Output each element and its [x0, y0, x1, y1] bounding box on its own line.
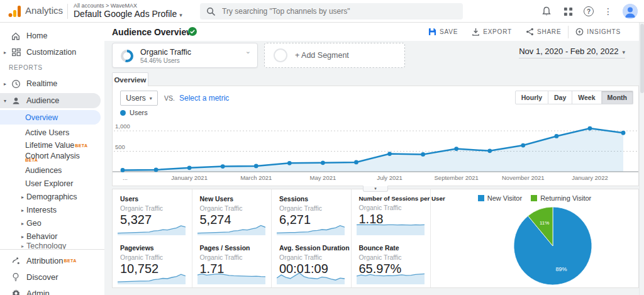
expand-arrow-icon: ▸	[19, 208, 26, 213]
tab-overview[interactable]: Overview	[112, 72, 148, 86]
page-title: Audience Overview	[112, 27, 193, 37]
add-segment-label: + Add Segment	[295, 51, 349, 60]
help-icon[interactable]: ?	[584, 6, 594, 16]
svg-text:March 2021: March 2021	[240, 174, 272, 181]
header-divider	[67, 4, 68, 19]
more-options-icon[interactable]: ⋮	[604, 6, 613, 16]
beta-badge: BETA	[75, 143, 87, 148]
breadcrumb[interactable]: All accounts > WaveMAX	[74, 3, 137, 9]
search-input[interactable]	[222, 7, 448, 16]
sidebar-item-user-explorer[interactable]: User Explorer	[0, 177, 101, 191]
metric-card-pageviews[interactable]: Pageviews Organic Traffic 10,752	[113, 238, 192, 287]
sidebar-item-admin[interactable]: Admin	[0, 286, 101, 295]
svg-text:1,000: 1,000	[115, 123, 130, 130]
verified-check-icon	[188, 27, 197, 36]
share-button[interactable]: SHARE	[519, 26, 568, 38]
sidebar-item-interests[interactable]: ▸ Interests	[0, 203, 101, 217]
sidebar-item-cohort-analysis[interactable]: Cohort Analysis BETA	[0, 149, 101, 163]
add-segment-button[interactable]: + Add Segment	[264, 43, 405, 68]
granularity-month-button[interactable]: Month	[602, 91, 634, 104]
granularity-day-button[interactable]: Day	[548, 91, 572, 104]
clock-icon	[10, 78, 21, 89]
expand-arrow-icon: ▸	[19, 243, 26, 249]
svg-text:January 2022: January 2022	[572, 174, 608, 181]
sidebar-item-technology[interactable]: ▸ Technology	[0, 243, 101, 249]
customization-icon	[10, 47, 21, 58]
metric-card-bounce-rate[interactable]: Bounce Rate Organic Traffic 65.97%	[352, 238, 431, 287]
metric-card-avg-session-duration[interactable]: Avg. Session Duration Organic Traffic 00…	[272, 238, 352, 287]
new-users-sparkline	[197, 223, 265, 235]
sidebar-item-attribution[interactable]: AttributionBETA	[0, 253, 101, 268]
collapse-arrow-icon: ▾	[1, 98, 9, 104]
account-selector[interactable]: Default Google Ads Profile▾	[74, 9, 182, 19]
svg-text:July 2021: July 2021	[377, 174, 402, 181]
sidebar-item-audiences[interactable]: Audiences	[0, 164, 101, 177]
date-range-picker[interactable]: Nov 1, 2020 - Feb 20, 2022▾	[519, 47, 625, 58]
users-sparkline	[118, 223, 186, 235]
export-button[interactable]: EXPORT	[465, 26, 519, 38]
select-a-metric-link[interactable]: Select a metric	[179, 94, 229, 103]
app-header: Analytics All accounts > WaveMAX Default…	[0, 0, 644, 23]
sidebar-item-realtime[interactable]: ▸ Realtime	[0, 77, 101, 91]
bounce-rate-sparkline	[357, 272, 425, 284]
share-icon	[526, 28, 534, 36]
users-over-time-line-chart[interactable]: 5001,000...January 2021March 2021May 202…	[113, 115, 638, 186]
sidebar-item-demographics[interactable]: ▸ Demographics	[0, 190, 101, 204]
gear-icon	[10, 287, 21, 295]
sidebar-item-behavior[interactable]: ▸ Behavior	[0, 230, 101, 243]
legend-returning-visitor[interactable]: Returning Visitor	[531, 194, 591, 202]
apps-grid-icon[interactable]	[562, 6, 574, 17]
granularity-hourly-button[interactable]: Hourly	[515, 91, 548, 104]
metric-card-users[interactable]: Users Organic Traffic 5,327	[113, 189, 192, 238]
reports-section-label: REPORTS	[9, 64, 43, 71]
svg-text:May 2021: May 2021	[310, 174, 336, 181]
granularity-toggle: Hourly Day Week Month	[515, 91, 633, 104]
metric-card-sessions[interactable]: Sessions Organic Traffic 6,271	[272, 189, 352, 238]
chevron-down-icon: ▾	[150, 96, 152, 101]
metric-grid: Users Organic Traffic 5,327 New Users Or…	[113, 189, 431, 287]
expand-arrow-icon: ▸	[19, 234, 26, 240]
svg-text:September 2021: September 2021	[435, 174, 479, 181]
sidebar-item-discover[interactable]: Discover	[0, 269, 101, 284]
segment-detail: 54.46% Users	[140, 57, 180, 64]
insights-icon	[575, 28, 584, 36]
chevron-down-icon[interactable]: ⌄	[245, 47, 251, 55]
granularity-week-button[interactable]: Week	[572, 91, 601, 104]
search-bar[interactable]	[200, 3, 463, 19]
user-avatar[interactable]	[623, 4, 638, 19]
sidebar-item-home[interactable]: Home	[0, 29, 101, 43]
sidebar-item-customization[interactable]: ▸ Customization	[0, 45, 101, 59]
metric-card-new-users[interactable]: New Users Organic Traffic 5,274	[192, 189, 272, 238]
add-segment-circle-icon	[274, 48, 287, 62]
notifications-bell-icon[interactable]	[541, 6, 552, 17]
metric-card-pages-per-session[interactable]: Pages / Session Organic Traffic 1.71	[192, 238, 272, 287]
analytics-logo-icon[interactable]	[8, 5, 21, 18]
sidebar-item-audience[interactable]: ▾ Audience	[0, 93, 101, 108]
report-titlebar: Audience Overview SAVE EXPORT SHARE INSI…	[104, 23, 639, 41]
metric-dropdown[interactable]: Users ▾	[120, 91, 158, 106]
sessions-per-user-sparkline	[357, 223, 425, 235]
metric-card-sessions-per-user[interactable]: Number of Sessions per User Organic Traf…	[352, 189, 431, 238]
insights-button[interactable]: INSIGHTS	[568, 26, 628, 38]
chevron-down-icon: ▾	[179, 12, 182, 18]
svg-text:89%: 89%	[555, 266, 567, 272]
expand-arrow-icon: ▸	[19, 194, 26, 200]
save-button[interactable]: SAVE	[421, 26, 465, 38]
legend-new-visitor[interactable]: New Visitor	[478, 194, 522, 202]
lightbulb-icon	[10, 271, 21, 282]
expand-arrow-icon: ▸	[1, 50, 9, 55]
segment-donut-icon	[120, 49, 134, 63]
vertical-scrollbar[interactable]	[639, 23, 644, 295]
product-name: Analytics	[25, 5, 63, 16]
beta-badge: BETA	[64, 259, 77, 263]
expand-arrow-icon: ▸	[19, 221, 26, 226]
segment-name: Organic Traffic	[140, 48, 191, 57]
segment-card-organic-traffic[interactable]: Organic Traffic 54.46% Users ⌄	[112, 43, 258, 68]
export-icon	[472, 28, 480, 36]
sidebar-item-overview[interactable]: Overview	[0, 110, 101, 125]
scrollbar-thumb[interactable]	[640, 24, 644, 93]
sidebar-item-geo[interactable]: ▸ Geo	[0, 216, 101, 230]
visitor-type-pie-chart[interactable]: 89%11%	[511, 204, 594, 287]
sidebar-item-active-users[interactable]: Active Users	[0, 126, 101, 140]
chart-expander-handle[interactable]: ▾	[363, 186, 388, 192]
